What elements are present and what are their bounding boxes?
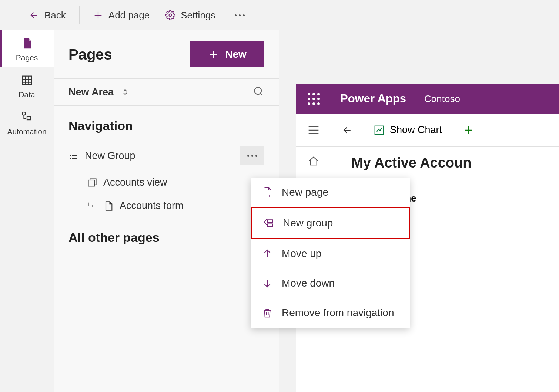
other-pages-section-title: All other pages xyxy=(54,217,279,252)
toolbar-overflow-button[interactable] xyxy=(231,11,248,20)
ctx-label: Remove from navigation xyxy=(282,307,394,319)
navigation-section-title: Navigation xyxy=(54,106,279,141)
rail-item-data[interactable]: Data xyxy=(0,67,54,104)
chart-icon xyxy=(374,125,385,136)
settings-label: Settings xyxy=(181,10,215,21)
rail-data-label: Data xyxy=(19,90,35,99)
svg-rect-5 xyxy=(88,180,94,186)
new-record-button[interactable] xyxy=(452,125,484,136)
ctx-label: New page xyxy=(282,186,328,198)
nav-item-accounts-view[interactable]: Accounts view xyxy=(54,171,279,194)
nav-item-label: New Group xyxy=(85,150,135,162)
area-selector[interactable]: New Area xyxy=(68,87,130,98)
new-button-label: New xyxy=(225,48,247,60)
automation-icon xyxy=(21,111,33,124)
nav-item-new-group[interactable]: New Group xyxy=(54,141,279,171)
pages-header: Pages New xyxy=(54,30,279,78)
svg-rect-6 xyxy=(268,220,273,223)
plus-icon xyxy=(208,49,219,60)
pages-title: Pages xyxy=(68,46,112,63)
add-page-button[interactable]: Add page xyxy=(86,6,156,25)
waffle-icon xyxy=(308,93,320,105)
ctx-remove[interactable]: Remove from navigation xyxy=(251,298,410,328)
hamburger-button[interactable] xyxy=(296,114,331,146)
back-label: Back xyxy=(44,10,66,21)
ctx-new-group[interactable]: New group xyxy=(251,207,410,239)
preview-topbar: Power Apps Contoso xyxy=(296,84,559,114)
view-heading: My Active Accoun xyxy=(351,155,559,171)
ctx-label: New group xyxy=(283,217,333,229)
sort-arrows-icon xyxy=(120,87,130,97)
show-chart-button[interactable]: Show Chart xyxy=(363,124,452,136)
views-icon xyxy=(87,178,97,188)
subitem-arrow-icon xyxy=(87,201,97,211)
ctx-move-down[interactable]: Move down xyxy=(251,268,410,298)
home-icon xyxy=(308,156,319,167)
ctx-label: Move down xyxy=(282,277,335,289)
area-row: New Area xyxy=(54,78,279,106)
hamburger-icon xyxy=(308,126,319,135)
new-page-icon xyxy=(262,187,273,198)
new-button[interactable]: New xyxy=(190,41,264,67)
svg-rect-3 xyxy=(27,117,31,120)
arrow-up-icon xyxy=(262,248,273,259)
plus-icon xyxy=(93,10,103,20)
rail-automation-label: Automation xyxy=(7,127,46,136)
nav-item-overflow-button[interactable] xyxy=(240,146,264,165)
ctx-move-up[interactable]: Move up xyxy=(251,239,410,268)
left-rail: Pages Data Automation xyxy=(0,30,54,392)
dot-icon xyxy=(235,14,237,16)
arrow-left-icon xyxy=(29,10,39,20)
back-button[interactable]: Back xyxy=(22,6,73,25)
settings-button[interactable]: Settings xyxy=(158,6,222,25)
preview-app-name: Power Apps xyxy=(331,92,415,105)
area-name: New Area xyxy=(68,87,114,98)
rail-item-pages[interactable]: Pages xyxy=(0,30,54,67)
dot-icon xyxy=(251,155,253,157)
dot-icon xyxy=(255,155,257,157)
top-toolbar: Back Add page Settings xyxy=(0,0,559,30)
back-arrow-button[interactable] xyxy=(331,125,363,136)
trash-icon xyxy=(262,307,273,318)
pages-panel: Pages New New Area Navigation New Group … xyxy=(54,30,280,392)
dot-icon xyxy=(247,155,249,157)
nav-item-label: Accounts form xyxy=(120,200,184,212)
svg-rect-1 xyxy=(22,76,32,85)
dot-icon xyxy=(239,14,241,16)
preview-subbar: Show Chart xyxy=(296,114,559,147)
nav-item-label: Accounts view xyxy=(103,177,167,188)
page-icon xyxy=(21,37,33,50)
waffle-button[interactable] xyxy=(296,93,331,105)
svg-point-4 xyxy=(254,87,261,94)
new-group-icon xyxy=(263,217,274,229)
search-icon xyxy=(252,85,264,97)
dot-icon xyxy=(243,14,245,16)
arrow-left-icon xyxy=(342,125,353,136)
nav-item-accounts-form[interactable]: Accounts form xyxy=(54,194,279,217)
preview-org-name: Contoso xyxy=(415,93,469,105)
list-icon xyxy=(68,151,79,161)
svg-rect-7 xyxy=(268,224,273,227)
context-menu: New page New group Move up Move down Rem… xyxy=(251,178,410,328)
arrow-down-icon xyxy=(262,278,273,289)
search-button[interactable] xyxy=(252,85,264,99)
ctx-label: Move up xyxy=(282,248,321,260)
table-icon xyxy=(21,74,33,87)
add-page-label: Add page xyxy=(108,10,150,21)
svg-point-0 xyxy=(169,14,172,17)
show-chart-label: Show Chart xyxy=(390,124,442,136)
rail-pages-label: Pages xyxy=(16,53,38,62)
plus-icon xyxy=(463,125,474,136)
gear-icon xyxy=(165,10,175,20)
form-icon xyxy=(103,201,114,211)
toolbar-divider xyxy=(79,6,80,24)
svg-point-2 xyxy=(22,112,26,115)
ctx-new-page[interactable]: New page xyxy=(251,178,410,207)
rail-item-automation[interactable]: Automation xyxy=(0,104,54,141)
